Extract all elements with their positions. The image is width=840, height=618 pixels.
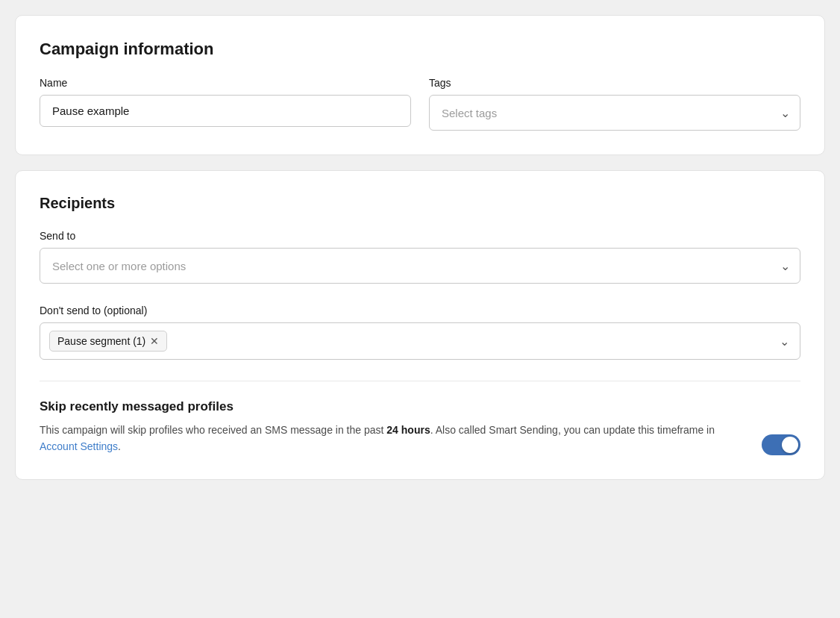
send-to-select-wrapper: Select one or more options ⌄ [40, 248, 800, 284]
send-to-placeholder: Select one or more options [52, 260, 186, 272]
dont-send-to-select[interactable]: Pause segment (1) ✕ ⌄ [40, 322, 800, 360]
divider [40, 381, 800, 381]
campaign-card-title: Campaign information [40, 40, 800, 59]
name-input[interactable] [40, 95, 411, 127]
send-to-select[interactable]: Select one or more options ⌄ [40, 248, 800, 284]
skip-description-part2: . Also called Smart Sending, you can upd… [430, 424, 715, 436]
dont-send-chevron-icon: ⌄ [780, 334, 789, 349]
campaign-information-card: Campaign information Name Tags Select ta… [15, 15, 825, 155]
tags-chevron-icon: ⌄ [780, 106, 790, 120]
tags-field-group: Tags Select tags ⌄ [429, 77, 800, 131]
remove-chip-icon[interactable]: ✕ [150, 336, 159, 346]
skip-description-bold: 24 hours [386, 424, 430, 436]
send-to-chevron-icon: ⌄ [780, 259, 790, 273]
account-settings-link[interactable]: Account Settings [40, 440, 118, 452]
dont-send-to-label: Don't send to (optional) [40, 305, 800, 316]
tags-label: Tags [429, 77, 800, 89]
skip-row: This campaign will skip profiles who rec… [40, 422, 800, 455]
skip-description: This campaign will skip profiles who rec… [40, 422, 750, 455]
skip-title: Skip recently messaged profiles [40, 399, 800, 414]
dont-send-to-section: Don't send to (optional) Pause segment (… [40, 305, 800, 360]
toggle-knob [782, 437, 798, 453]
name-label: Name [40, 77, 411, 89]
skip-section: Skip recently messaged profiles This cam… [40, 399, 800, 455]
dont-send-to-select-wrapper: Pause segment (1) ✕ ⌄ [40, 322, 800, 360]
recipients-title: Recipients [40, 195, 800, 212]
name-field-group: Name [40, 77, 411, 127]
send-to-section: Send to Select one or more options ⌄ [40, 230, 800, 284]
tags-placeholder: Select tags [442, 107, 497, 119]
skip-description-part1: This campaign will skip profiles who rec… [40, 424, 386, 436]
pause-segment-chip: Pause segment (1) ✕ [49, 331, 167, 352]
recipients-card: Recipients Send to Select one or more op… [15, 170, 825, 480]
tags-select-wrapper: Select tags ⌄ [429, 95, 800, 131]
pause-segment-chip-label: Pause segment (1) [57, 335, 145, 347]
skip-description-end: . [118, 440, 121, 452]
tags-select[interactable]: Select tags ⌄ [429, 95, 800, 131]
send-to-label: Send to [40, 230, 800, 242]
smart-sending-toggle[interactable] [762, 434, 800, 455]
